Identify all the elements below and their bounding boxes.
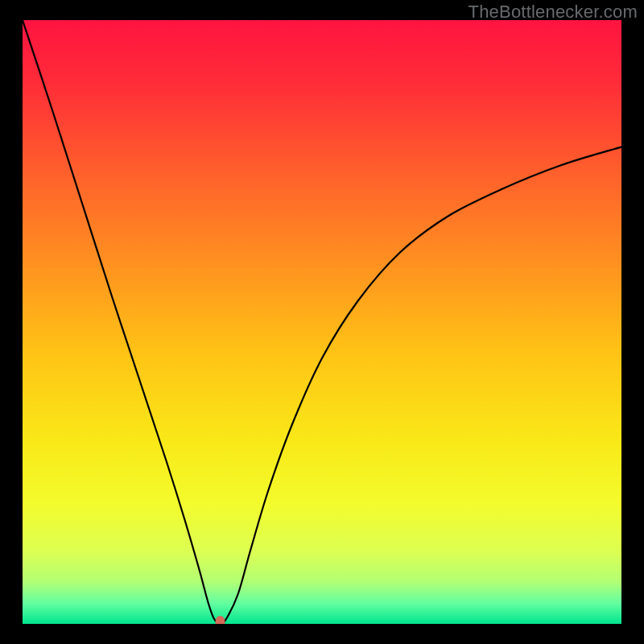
watermark-text: TheBottlenecker.com [469,2,638,23]
chart-svg [23,20,621,624]
plot-area [23,20,621,624]
gradient-background [23,20,621,624]
chart-frame [23,20,621,624]
